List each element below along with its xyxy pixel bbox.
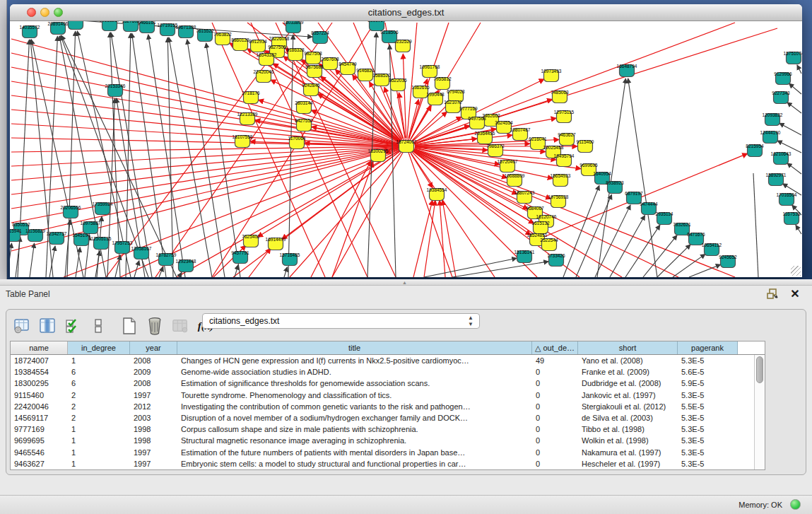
- graph-node[interactable]: 16648794: [617, 64, 637, 77]
- table-scrollbar-thumb[interactable]: [756, 356, 763, 383]
- table-cell[interactable]: Corpus callosum shape and size in male p…: [177, 425, 532, 433]
- graph-node[interactable]: 9827508: [304, 51, 322, 64]
- network-view-window[interactable]: citations_edges.txt 18724007183002957963…: [10, 4, 802, 277]
- graph-node[interactable]: 8860128: [231, 37, 249, 51]
- graph-node[interactable]: 10807487: [510, 127, 531, 141]
- graph-node[interactable]: 10973493: [541, 69, 562, 82]
- table-row[interactable]: 1830029562008Estimation of significance …: [11, 378, 765, 389]
- table-cell[interactable]: Tourette syndrome. Phenomenology and cla…: [177, 391, 532, 399]
- window-titlebar[interactable]: citations_edges.txt: [10, 4, 802, 21]
- graph-node[interactable]: 8215954: [746, 144, 764, 157]
- table-cell[interactable]: Embryonic stem cells: a model to study s…: [177, 460, 532, 468]
- table-cell[interactable]: 2: [68, 391, 130, 399]
- table-cell[interactable]: 2008: [130, 379, 177, 387]
- graph-node[interactable]: 2935114: [656, 211, 673, 225]
- table-row[interactable]: 911546021997Tourette syndrome. Phenomeno…: [11, 390, 765, 401]
- graph-node[interactable]: 2967608: [321, 57, 339, 70]
- graph-node[interactable]: 18807243: [514, 190, 535, 204]
- table-cell[interactable]: 1: [68, 425, 130, 433]
- table-cell[interactable]: Structural magnetic resonance image aver…: [177, 436, 532, 445]
- graph-node[interactable]: 7615522: [196, 28, 214, 42]
- table-cell[interactable]: 5.9E-5: [678, 379, 738, 387]
- column-header-out_de[interactable]: △ out_de…: [532, 341, 578, 354]
- new-table-icon[interactable]: [121, 317, 138, 334]
- table-cell[interactable]: 14569117: [11, 414, 68, 422]
- graph-node[interactable]: 1990448: [426, 92, 445, 105]
- graph-node[interactable]: 16210643: [771, 151, 792, 165]
- graph-node[interactable]: 17957253: [112, 240, 133, 254]
- table-cell[interactable]: 18724007: [11, 356, 68, 365]
- graph-node[interactable]: 13958167: [131, 246, 152, 259]
- graph-node[interactable]: 2522544: [540, 238, 558, 251]
- graph-node[interactable]: 12923448: [176, 259, 196, 272]
- graph-node[interactable]: 15654923: [551, 173, 571, 187]
- column-header-title[interactable]: title: [177, 341, 532, 354]
- graph-node[interactable]: 11156829: [25, 228, 45, 242]
- table-cell[interactable]: 2009: [130, 368, 177, 376]
- graph-node[interactable]: 6466161: [138, 21, 156, 33]
- table-cell[interactable]: 19384554: [11, 368, 68, 376]
- table-row[interactable]: 2242004622012Investigating the contribut…: [11, 401, 765, 412]
- table-cell[interactable]: 18300295: [11, 379, 68, 387]
- table-cell[interactable]: 5.3E-5: [678, 356, 738, 365]
- graph-node[interactable]: 8454749: [339, 62, 357, 75]
- table-cell[interactable]: 0: [532, 448, 578, 457]
- table-cell[interactable]: 22420046: [11, 402, 68, 411]
- table-cell[interactable]: Disruption of a novel member of a sodium…: [177, 414, 532, 422]
- citation-network-graph[interactable]: 1872400718300295796382288601288912934232…: [10, 21, 802, 277]
- graph-node[interactable]: 2803144: [295, 100, 313, 114]
- table-cell[interactable]: 5.3E-5: [678, 448, 738, 457]
- table-cell[interactable]: 1: [68, 356, 130, 365]
- table-cell[interactable]: 0: [532, 460, 578, 468]
- graph-node[interactable]: 12093822: [763, 112, 783, 126]
- row-selector-icon[interactable]: [90, 317, 107, 334]
- graph-node[interactable]: 12342737: [47, 231, 67, 245]
- table-cell[interactable]: 9699695: [11, 436, 68, 445]
- column-header-name[interactable]: name: [11, 341, 68, 354]
- graph-node[interactable]: 8912934: [249, 39, 267, 52]
- graph-node[interactable]: 12975115: [554, 110, 575, 123]
- graph-node[interactable]: 8186328: [286, 47, 305, 61]
- graph-node[interactable]: 7986372: [486, 144, 505, 157]
- table-settings-icon[interactable]: [13, 317, 30, 334]
- close-panel-icon[interactable]: ✕: [788, 288, 802, 301]
- table-cell[interactable]: 0: [532, 402, 578, 411]
- graph-node[interactable]: 1170064: [288, 136, 306, 149]
- table-cell[interactable]: 5.3E-5: [678, 425, 738, 433]
- table-cell[interactable]: 5.5E-5: [678, 402, 738, 411]
- graph-node[interactable]: 8522035: [389, 78, 407, 91]
- graph-node[interactable]: 1065532: [66, 21, 85, 30]
- table-cell[interactable]: 0: [532, 414, 578, 422]
- graph-node[interactable]: 1588520: [372, 73, 391, 86]
- table-row[interactable]: 1938455462009Genome-wide association stu…: [11, 366, 765, 378]
- table-cell[interactable]: 2: [68, 402, 130, 411]
- graph-node[interactable]: 9875685: [305, 64, 324, 78]
- graph-node[interactable]: 7485063: [551, 90, 569, 103]
- graph-node[interactable]: 15136141: [514, 250, 535, 263]
- graph-node[interactable]: 10653287: [100, 21, 120, 31]
- table-cell[interactable]: de Silva et al. (2003): [578, 414, 678, 422]
- graph-node[interactable]: 1527602: [122, 21, 140, 32]
- table-cell[interactable]: 1997: [130, 448, 177, 457]
- splitter-grip-icon[interactable]: ▲: [402, 281, 409, 284]
- table-cell[interactable]: 0: [532, 391, 578, 399]
- graph-node[interactable]: 15720407: [498, 159, 518, 173]
- graph-node[interactable]: 3915941: [10, 228, 22, 242]
- table-row[interactable]: 946554611997Estimation of the future num…: [11, 447, 765, 458]
- column-header-year[interactable]: year: [130, 341, 177, 354]
- table-cell[interactable]: 49: [532, 356, 578, 365]
- graph-node[interactable]: 9245652: [719, 255, 737, 268]
- column-header-pagerank[interactable]: pagerank: [678, 341, 738, 354]
- table-cell[interactable]: 9777169: [11, 425, 68, 433]
- graph-node[interactable]: 1733426: [547, 253, 565, 267]
- graph-node[interactable]: 6497568: [468, 116, 486, 129]
- column-header-in_degree[interactable]: in_degree: [68, 341, 130, 354]
- table-cell[interactable]: Tibbo et al. (1998): [578, 425, 678, 433]
- window-resize-grip[interactable]: [791, 266, 801, 276]
- graph-node[interactable]: 15716485: [280, 252, 300, 266]
- graph-node[interactable]: 18300295: [368, 148, 389, 162]
- table-cell[interactable]: Genome-wide association studies in ADHD.: [177, 368, 532, 376]
- graph-node[interactable]: 19756928: [548, 194, 569, 208]
- table-cell[interactable]: 5.3E-5: [678, 391, 738, 399]
- table-cell[interactable]: 2012: [130, 402, 177, 411]
